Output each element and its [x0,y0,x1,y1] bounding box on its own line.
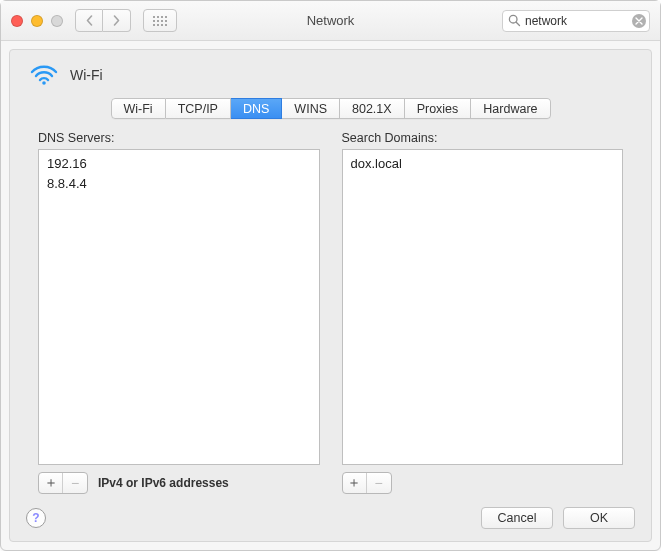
dns-hint: IPv4 or IPv6 addresses [98,476,229,490]
clear-search-button[interactable] [632,14,646,28]
tab-wins[interactable]: WINS [282,98,340,119]
svg-line-1 [516,22,519,25]
advanced-sheet: Wi-Fi Wi-FiTCP/IPDNSWINS802.1XProxiesHar… [9,49,652,542]
dns-remove-button[interactable]: − [63,473,87,493]
domains-add-button[interactable]: ＋ [343,473,367,493]
search-domain-item[interactable]: dox.local [349,154,617,174]
search-input[interactable] [502,10,650,32]
back-button[interactable] [75,9,103,32]
wifi-icon [30,64,58,86]
titlebar: Network [1,1,660,41]
tab-proxies[interactable]: Proxies [405,98,472,119]
cancel-button[interactable]: Cancel [481,507,553,529]
tab-8021x[interactable]: 802.1X [340,98,405,119]
forward-button[interactable] [103,9,131,32]
help-button[interactable]: ? [26,508,46,528]
service-name: Wi-Fi [70,67,103,83]
svg-point-2 [42,81,46,85]
ok-button[interactable]: OK [563,507,635,529]
dns-servers-list[interactable]: 192.168.8.4.4 [38,149,320,465]
domains-add-remove: ＋ − [342,472,392,494]
dns-server-item[interactable]: 192.16 [45,154,313,174]
dns-server-item[interactable]: 8.8.4.4 [45,174,313,194]
tab-wifi[interactable]: Wi-Fi [111,98,166,119]
close-window-button[interactable] [11,15,23,27]
dns-panel: DNS Servers: 192.168.8.4.4 ＋ − IPv4 or I… [10,131,651,495]
grid-icon [153,16,167,26]
search-field-wrap [502,10,650,32]
dns-servers-column: DNS Servers: 192.168.8.4.4 ＋ − IPv4 or I… [38,131,320,495]
zoom-window-button[interactable] [51,15,63,27]
minimize-window-button[interactable] [31,15,43,27]
tab-bar: Wi-FiTCP/IPDNSWINS802.1XProxiesHardware [10,98,651,119]
show-all-button[interactable] [143,9,177,32]
chevron-right-icon [112,15,121,26]
dns-add-button[interactable]: ＋ [39,473,63,493]
nav-buttons [75,9,131,32]
search-domains-column: Search Domains: dox.local ＋ − [342,131,624,495]
service-header: Wi-Fi [10,64,651,94]
search-domains-label: Search Domains: [342,131,624,145]
chevron-left-icon [85,15,94,26]
tab-tcpip[interactable]: TCP/IP [166,98,231,119]
tab-hardware[interactable]: Hardware [471,98,550,119]
network-advanced-window: Network Wi-Fi Wi-FiTCP/IP [0,0,661,551]
window-controls [11,15,63,27]
tab-dns[interactable]: DNS [231,98,282,119]
dns-servers-label: DNS Servers: [38,131,320,145]
search-domains-list[interactable]: dox.local [342,149,624,465]
x-icon [635,17,643,25]
search-icon [508,14,521,30]
domains-remove-button[interactable]: − [367,473,391,493]
sheet-footer: ? Cancel OK [10,495,651,529]
dns-add-remove: ＋ − [38,472,88,494]
